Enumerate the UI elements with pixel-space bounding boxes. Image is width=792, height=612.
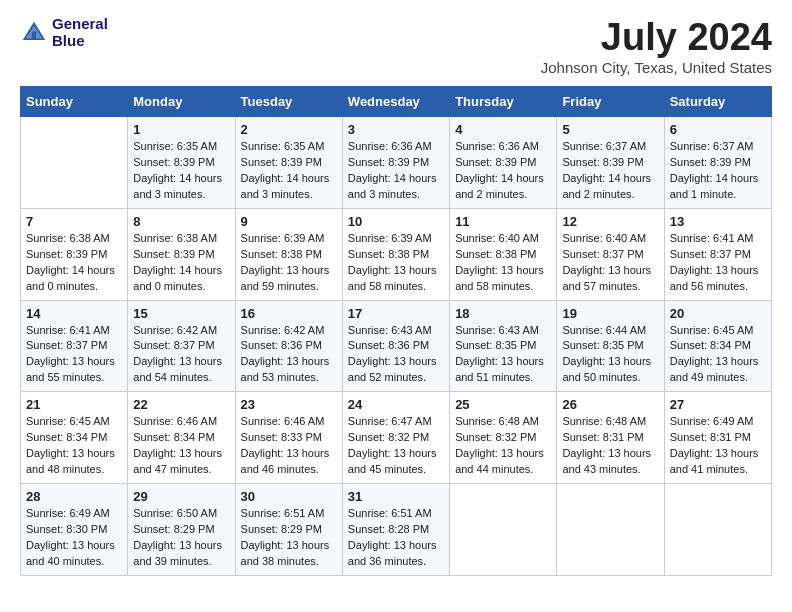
day-number: 9 <box>241 214 337 229</box>
cell-info-line: Sunset: 8:36 PM <box>241 339 322 351</box>
cell-info-line: Daylight: 13 hours <box>26 447 115 459</box>
cell-info-line: Sunrise: 6:41 AM <box>26 324 110 336</box>
logo-line1: General <box>52 16 108 33</box>
cell-info-line: and 50 minutes. <box>562 371 640 383</box>
day-number: 30 <box>241 489 337 504</box>
cell-info-line: Daylight: 13 hours <box>670 355 759 367</box>
month-title: July 2024 <box>541 16 772 59</box>
calendar-cell: 18Sunrise: 6:43 AMSunset: 8:35 PMDayligh… <box>450 300 557 392</box>
day-number: 13 <box>670 214 766 229</box>
cell-info: Sunrise: 6:46 AMSunset: 8:34 PMDaylight:… <box>133 414 229 478</box>
cell-info-line: Sunset: 8:34 PM <box>133 431 214 443</box>
cell-info-line: Sunset: 8:33 PM <box>241 431 322 443</box>
cell-info-line: Sunrise: 6:41 AM <box>670 232 754 244</box>
cell-info-line: and 44 minutes. <box>455 463 533 475</box>
day-number: 2 <box>241 122 337 137</box>
cell-info: Sunrise: 6:42 AMSunset: 8:37 PMDaylight:… <box>133 323 229 387</box>
cell-info: Sunrise: 6:44 AMSunset: 8:35 PMDaylight:… <box>562 323 658 387</box>
cell-info-line: Daylight: 14 hours <box>670 172 759 184</box>
logo-icon <box>20 19 48 47</box>
cell-info-line: Daylight: 13 hours <box>455 447 544 459</box>
cell-info-line: and 0 minutes. <box>133 280 205 292</box>
calendar-header-wednesday: Wednesday <box>342 87 449 117</box>
logo-text: General Blue <box>52 16 108 49</box>
cell-info-line: Daylight: 13 hours <box>133 539 222 551</box>
day-number: 26 <box>562 397 658 412</box>
cell-info: Sunrise: 6:36 AMSunset: 8:39 PMDaylight:… <box>455 139 551 203</box>
cell-info-line: Daylight: 13 hours <box>26 355 115 367</box>
day-number: 12 <box>562 214 658 229</box>
cell-info-line: Sunset: 8:39 PM <box>241 156 322 168</box>
cell-info: Sunrise: 6:41 AMSunset: 8:37 PMDaylight:… <box>670 231 766 295</box>
calendar-cell: 29Sunrise: 6:50 AMSunset: 8:29 PMDayligh… <box>128 484 235 576</box>
cell-info-line: and 41 minutes. <box>670 463 748 475</box>
calendar-week-row: 21Sunrise: 6:45 AMSunset: 8:34 PMDayligh… <box>21 392 772 484</box>
day-number: 31 <box>348 489 444 504</box>
cell-info: Sunrise: 6:40 AMSunset: 8:38 PMDaylight:… <box>455 231 551 295</box>
cell-info-line: Daylight: 13 hours <box>348 264 437 276</box>
cell-info-line: Sunset: 8:31 PM <box>562 431 643 443</box>
cell-info: Sunrise: 6:46 AMSunset: 8:33 PMDaylight:… <box>241 414 337 478</box>
day-number: 20 <box>670 306 766 321</box>
cell-info-line: Sunrise: 6:39 AM <box>348 232 432 244</box>
calendar-header-monday: Monday <box>128 87 235 117</box>
cell-info-line: Daylight: 13 hours <box>455 264 544 276</box>
cell-info-line: Sunset: 8:39 PM <box>133 248 214 260</box>
day-number: 23 <box>241 397 337 412</box>
cell-info: Sunrise: 6:40 AMSunset: 8:37 PMDaylight:… <box>562 231 658 295</box>
cell-info-line: Daylight: 13 hours <box>133 355 222 367</box>
cell-info-line: Daylight: 14 hours <box>562 172 651 184</box>
calendar-cell <box>557 484 664 576</box>
calendar-cell: 30Sunrise: 6:51 AMSunset: 8:29 PMDayligh… <box>235 484 342 576</box>
cell-info-line: Sunrise: 6:39 AM <box>241 232 325 244</box>
cell-info-line: and 1 minute. <box>670 188 737 200</box>
calendar-header-tuesday: Tuesday <box>235 87 342 117</box>
cell-info: Sunrise: 6:38 AMSunset: 8:39 PMDaylight:… <box>133 231 229 295</box>
day-number: 10 <box>348 214 444 229</box>
cell-info-line: and 36 minutes. <box>348 555 426 567</box>
cell-info-line: Sunrise: 6:48 AM <box>562 415 646 427</box>
cell-info-line: Sunrise: 6:37 AM <box>670 140 754 152</box>
logo: General Blue <box>20 16 108 49</box>
day-number: 1 <box>133 122 229 137</box>
calendar-cell <box>664 484 771 576</box>
cell-info-line: Sunset: 8:32 PM <box>348 431 429 443</box>
cell-info-line: Sunrise: 6:49 AM <box>670 415 754 427</box>
day-number: 14 <box>26 306 122 321</box>
calendar-cell: 17Sunrise: 6:43 AMSunset: 8:36 PMDayligh… <box>342 300 449 392</box>
cell-info-line: and 0 minutes. <box>26 280 98 292</box>
cell-info: Sunrise: 6:45 AMSunset: 8:34 PMDaylight:… <box>26 414 122 478</box>
cell-info: Sunrise: 6:39 AMSunset: 8:38 PMDaylight:… <box>348 231 444 295</box>
calendar-cell: 16Sunrise: 6:42 AMSunset: 8:36 PMDayligh… <box>235 300 342 392</box>
calendar-week-row: 28Sunrise: 6:49 AMSunset: 8:30 PMDayligh… <box>21 484 772 576</box>
cell-info-line: Sunset: 8:39 PM <box>562 156 643 168</box>
calendar-cell: 9Sunrise: 6:39 AMSunset: 8:38 PMDaylight… <box>235 208 342 300</box>
cell-info-line: Sunrise: 6:45 AM <box>26 415 110 427</box>
calendar-cell: 13Sunrise: 6:41 AMSunset: 8:37 PMDayligh… <box>664 208 771 300</box>
calendar-header-friday: Friday <box>557 87 664 117</box>
cell-info-line: Sunrise: 6:44 AM <box>562 324 646 336</box>
cell-info: Sunrise: 6:42 AMSunset: 8:36 PMDaylight:… <box>241 323 337 387</box>
cell-info-line: Daylight: 13 hours <box>348 539 437 551</box>
calendar-cell: 28Sunrise: 6:49 AMSunset: 8:30 PMDayligh… <box>21 484 128 576</box>
cell-info-line: Daylight: 13 hours <box>670 447 759 459</box>
day-number: 16 <box>241 306 337 321</box>
cell-info-line: Sunset: 8:29 PM <box>133 523 214 535</box>
cell-info: Sunrise: 6:43 AMSunset: 8:36 PMDaylight:… <box>348 323 444 387</box>
cell-info: Sunrise: 6:49 AMSunset: 8:31 PMDaylight:… <box>670 414 766 478</box>
cell-info-line: Daylight: 14 hours <box>455 172 544 184</box>
cell-info: Sunrise: 6:51 AMSunset: 8:28 PMDaylight:… <box>348 506 444 570</box>
calendar-table: SundayMondayTuesdayWednesdayThursdayFrid… <box>20 86 772 576</box>
cell-info-line: and 59 minutes. <box>241 280 319 292</box>
day-number: 17 <box>348 306 444 321</box>
cell-info-line: Sunrise: 6:46 AM <box>241 415 325 427</box>
calendar-cell: 22Sunrise: 6:46 AMSunset: 8:34 PMDayligh… <box>128 392 235 484</box>
cell-info-line: Sunset: 8:37 PM <box>133 339 214 351</box>
cell-info-line: Sunset: 8:28 PM <box>348 523 429 535</box>
cell-info-line: Sunrise: 6:40 AM <box>562 232 646 244</box>
day-number: 24 <box>348 397 444 412</box>
cell-info-line: Sunset: 8:37 PM <box>562 248 643 260</box>
page: General Blue July 2024 Johnson City, Tex… <box>0 0 792 592</box>
cell-info-line: and 40 minutes. <box>26 555 104 567</box>
calendar-cell: 12Sunrise: 6:40 AMSunset: 8:37 PMDayligh… <box>557 208 664 300</box>
